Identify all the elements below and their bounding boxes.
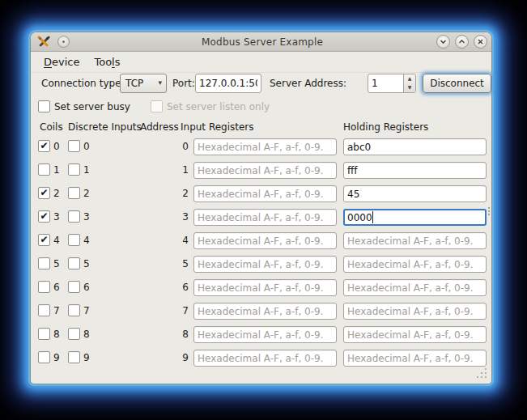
holding-register-field[interactable] bbox=[343, 138, 487, 155]
discrete-input-label: 8 bbox=[83, 328, 90, 341]
window-title: Modbus Server Example bbox=[142, 36, 382, 48]
holding-register-field[interactable] bbox=[343, 256, 487, 273]
input-register-field[interactable] bbox=[193, 350, 337, 367]
server-address-spinbox[interactable]: ▲ ▼ bbox=[368, 74, 416, 93]
header-holding-registers: Holding Registers bbox=[343, 121, 428, 133]
holding-register-field[interactable] bbox=[343, 162, 487, 179]
discrete-input-checkbox[interactable] bbox=[68, 328, 80, 340]
register-row: 1 1 1 bbox=[31, 162, 491, 179]
discrete-input-label: 5 bbox=[83, 257, 90, 270]
input-register-field[interactable] bbox=[193, 279, 337, 296]
coil-checkbox[interactable]: ✔ bbox=[38, 234, 50, 246]
coil-label: 5 bbox=[53, 257, 60, 270]
coil-checkbox[interactable]: ✔ bbox=[38, 187, 50, 199]
text-caret bbox=[372, 211, 373, 223]
shade-button[interactable] bbox=[436, 35, 450, 49]
discrete-input-checkbox[interactable] bbox=[68, 140, 80, 152]
address-value: 5 bbox=[152, 258, 189, 269]
coil-checkbox[interactable] bbox=[38, 281, 50, 293]
coil-label: 6 bbox=[53, 281, 60, 294]
coil-checkbox[interactable] bbox=[38, 328, 50, 340]
titlebar[interactable]: Modbus Server Example bbox=[31, 32, 491, 52]
input-register-field[interactable] bbox=[193, 162, 337, 179]
holding-register-field[interactable] bbox=[343, 350, 487, 367]
titlebar-buttons bbox=[382, 35, 487, 49]
discrete-input-checkbox[interactable] bbox=[68, 210, 80, 223]
address-value: 4 bbox=[152, 235, 189, 246]
chevron-down-icon bbox=[439, 37, 448, 46]
coil-checkbox[interactable] bbox=[38, 257, 50, 269]
discrete-input-label: 1 bbox=[83, 163, 90, 176]
maximize-button[interactable] bbox=[455, 35, 469, 49]
coil-checkbox[interactable] bbox=[38, 304, 50, 316]
close-icon bbox=[476, 37, 485, 46]
discrete-input-checkbox[interactable] bbox=[68, 234, 80, 246]
coil-label: 9 bbox=[53, 351, 60, 364]
server-address-input[interactable] bbox=[368, 74, 403, 92]
scrollbar-grip-dots-icon[interactable] bbox=[487, 206, 491, 217]
register-row: 9 9 9 bbox=[31, 350, 491, 367]
set-server-busy-checkbox[interactable] bbox=[38, 100, 50, 112]
coil-label: 0 bbox=[53, 140, 60, 153]
coil-label: 3 bbox=[53, 210, 60, 223]
coil-label: 8 bbox=[53, 328, 60, 341]
holding-register-field[interactable] bbox=[343, 279, 487, 296]
set-server-listen-only-checkbox bbox=[151, 100, 163, 112]
chevron-down-icon: ▾ bbox=[158, 78, 162, 87]
register-row: 6 6 6 bbox=[31, 279, 491, 296]
coil-label: 1 bbox=[53, 163, 60, 176]
spin-down-icon[interactable]: ▼ bbox=[404, 83, 415, 92]
input-register-field[interactable] bbox=[193, 185, 337, 202]
holding-register-field[interactable] bbox=[343, 232, 487, 249]
address-value: 8 bbox=[152, 329, 189, 340]
address-value: 1 bbox=[152, 164, 189, 176]
menu-device[interactable]: Device bbox=[36, 53, 87, 70]
resize-grip-icon[interactable] bbox=[474, 366, 488, 380]
coil-checkbox[interactable]: ✔ bbox=[38, 210, 50, 223]
input-register-field[interactable] bbox=[193, 138, 337, 155]
coil-checkbox[interactable] bbox=[38, 351, 50, 363]
coil-checkbox[interactable] bbox=[38, 163, 50, 176]
discrete-input-label: 4 bbox=[83, 234, 90, 247]
spin-up-icon[interactable]: ▲ bbox=[404, 74, 415, 83]
input-register-field[interactable] bbox=[193, 232, 337, 249]
register-row: ✔ 4 4 4 bbox=[31, 232, 491, 249]
pin-dot-icon[interactable] bbox=[57, 36, 70, 48]
discrete-input-label: 3 bbox=[83, 210, 90, 223]
discrete-input-checkbox[interactable] bbox=[68, 187, 80, 199]
disconnect-button[interactable]: Disconnect bbox=[423, 74, 491, 93]
close-button[interactable] bbox=[474, 35, 487, 49]
header-address: Address bbox=[140, 121, 179, 133]
holding-register-field[interactable] bbox=[343, 326, 487, 343]
set-server-busy-label: Set server busy bbox=[54, 100, 130, 113]
address-value: 2 bbox=[152, 188, 189, 199]
input-register-field[interactable] bbox=[193, 303, 337, 320]
discrete-input-checkbox[interactable] bbox=[68, 257, 80, 269]
discrete-input-checkbox[interactable] bbox=[68, 304, 80, 316]
spin-buttons[interactable]: ▲ ▼ bbox=[403, 74, 415, 92]
menu-tools[interactable]: Tools bbox=[87, 53, 127, 70]
input-register-field[interactable] bbox=[193, 209, 337, 226]
register-row: ✔ 0 0 0 bbox=[31, 138, 491, 155]
register-row: ✔ 2 2 2 bbox=[31, 185, 491, 202]
register-row: 5 5 5 bbox=[31, 256, 491, 273]
connection-type-select[interactable]: TCP ▾ bbox=[120, 74, 167, 93]
holding-register-field[interactable] bbox=[343, 209, 487, 226]
address-value: 9 bbox=[152, 352, 189, 363]
discrete-input-checkbox[interactable] bbox=[68, 281, 80, 293]
input-register-field[interactable] bbox=[193, 256, 337, 273]
port-label: Port: bbox=[172, 74, 195, 93]
header-input-registers: Input Registers bbox=[181, 121, 254, 133]
discrete-input-label: 2 bbox=[83, 187, 90, 200]
coil-checkbox[interactable]: ✔ bbox=[38, 140, 50, 152]
discrete-input-label: 9 bbox=[83, 351, 90, 364]
server-address-label: Server Address: bbox=[270, 74, 346, 93]
holding-register-field[interactable] bbox=[343, 185, 487, 202]
holding-register-field[interactable] bbox=[343, 303, 487, 320]
port-input[interactable] bbox=[195, 74, 261, 93]
discrete-input-checkbox[interactable] bbox=[68, 163, 80, 176]
header-coils: Coils bbox=[40, 121, 63, 133]
input-register-field[interactable] bbox=[193, 326, 337, 343]
coil-label: 2 bbox=[53, 187, 60, 200]
discrete-input-checkbox[interactable] bbox=[68, 351, 80, 363]
